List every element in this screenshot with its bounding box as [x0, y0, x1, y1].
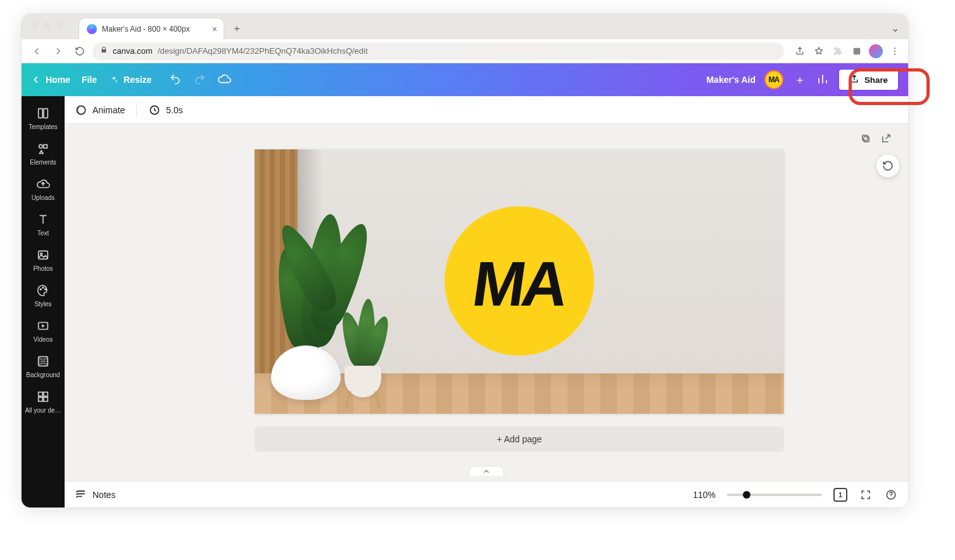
add-collaborator-button[interactable]: ＋: [792, 72, 807, 87]
sidebar-item-photos[interactable]: Photos: [22, 242, 65, 277]
duplicate-page-icon[interactable]: [860, 133, 871, 147]
resize-button[interactable]: Resize: [108, 74, 151, 85]
animate-label: Animate: [92, 105, 125, 115]
project-name[interactable]: Maker's Aid: [706, 75, 756, 85]
file-menu[interactable]: File: [82, 75, 97, 85]
expand-pages-nub[interactable]: [469, 466, 504, 476]
regenerate-button[interactable]: [876, 154, 899, 177]
profile-avatar-icon[interactable]: [869, 44, 883, 58]
templates-icon: [36, 106, 50, 120]
sidebar-item-uploads[interactable]: Uploads: [22, 171, 65, 206]
insights-icon[interactable]: [816, 73, 829, 87]
sidebar-label: Background: [26, 372, 60, 378]
new-tab-button[interactable]: ＋: [228, 20, 246, 37]
browser-tab[interactable]: Maker's Aid - 800 × 400px ×: [79, 18, 224, 39]
sidebar-item-elements[interactable]: Elements: [22, 135, 65, 171]
fullscreen-icon[interactable]: [859, 488, 873, 502]
window-minimize-icon[interactable]: [43, 22, 51, 29]
small-plant: [342, 292, 386, 368]
address-bar[interactable]: canva.com/design/DAFAq298YM4/232PhEQnQ74…: [92, 42, 784, 60]
tab-close-icon[interactable]: ×: [212, 24, 217, 34]
sidebar-item-all-your-designs[interactable]: All your de…: [22, 383, 65, 419]
notes-button[interactable]: Notes: [75, 488, 116, 501]
sparkle-icon: [108, 74, 120, 85]
page-sub-toolbar: Animate 5.0s: [65, 96, 908, 124]
svg-rect-16: [44, 392, 47, 396]
open-external-icon[interactable]: [880, 133, 892, 147]
photos-icon: [36, 248, 50, 262]
sidebar-item-videos[interactable]: Videos: [22, 313, 65, 348]
app-body: Templates Elements Uploads Text Photos S…: [22, 96, 908, 507]
canvas-viewport[interactable]: MA + Add page: [65, 124, 908, 481]
chevron-left-icon: [30, 74, 42, 85]
sidebar-label: Templates: [28, 124, 58, 130]
zoom-slider-knob[interactable]: [743, 491, 750, 499]
duration-button[interactable]: 5.0s: [148, 104, 182, 116]
svg-point-11: [42, 287, 44, 289]
sidebar-label: Videos: [34, 337, 53, 343]
svg-rect-21: [864, 137, 869, 142]
svg-rect-18: [44, 397, 47, 401]
nav-forward-icon[interactable]: [49, 42, 67, 60]
url-host: canva.com: [113, 46, 153, 56]
svg-point-10: [40, 289, 41, 290]
add-page-button[interactable]: + Add page: [255, 426, 784, 452]
page-tools: [860, 133, 892, 147]
cloud-sync-icon[interactable]: [217, 72, 231, 88]
kebab-menu-icon[interactable]: [888, 44, 902, 58]
nav-back-icon[interactable]: [28, 42, 46, 60]
design-page[interactable]: MA: [255, 149, 784, 414]
svg-rect-7: [44, 145, 47, 149]
share-label: Share: [864, 75, 888, 85]
window-zoom-icon[interactable]: [56, 22, 63, 29]
duration-label: 5.0s: [166, 105, 182, 115]
svg-rect-8: [39, 251, 48, 259]
user-avatar-badge[interactable]: MA: [764, 70, 783, 89]
file-label: File: [82, 75, 97, 85]
svg-point-2: [894, 50, 895, 51]
background-icon: [36, 354, 50, 368]
window-close-icon[interactable]: [30, 22, 38, 29]
svg-point-6: [39, 145, 43, 149]
bookmark-star-icon[interactable]: [812, 44, 826, 58]
sidebar-label: Styles: [34, 301, 51, 308]
sidebar-item-styles[interactable]: Styles: [22, 277, 65, 313]
nav-reload-icon[interactable]: [71, 42, 89, 60]
bottom-bar: Notes 110% 1: [65, 481, 908, 507]
sidebar-item-templates[interactable]: Templates: [22, 100, 65, 135]
resize-label: Resize: [123, 75, 151, 85]
extension-badge-icon[interactable]: [850, 44, 864, 58]
logo-text: MA: [469, 247, 570, 320]
large-plant: [274, 189, 350, 353]
share-page-icon[interactable]: [793, 44, 807, 58]
sidebar-label: Elements: [30, 159, 56, 166]
uploads-icon: [36, 177, 50, 191]
page-indicator[interactable]: 1: [833, 488, 847, 502]
home-label: Home: [46, 75, 70, 85]
svg-point-12: [45, 289, 46, 290]
share-button[interactable]: Share: [838, 68, 899, 91]
grid-icon: [36, 390, 50, 404]
zoom-level[interactable]: 110%: [693, 490, 716, 500]
zoom-slider[interactable]: [727, 494, 822, 496]
animate-button[interactable]: Animate: [75, 104, 125, 116]
address-actions: [793, 44, 902, 58]
main-area: Animate 5.0s: [65, 96, 908, 507]
videos-icon: [36, 319, 50, 333]
extensions-icon[interactable]: [831, 44, 845, 58]
elements-icon: [36, 142, 50, 156]
help-icon[interactable]: [884, 488, 898, 502]
sidebar-item-text[interactable]: Text: [22, 206, 65, 242]
redo-button[interactable]: [193, 73, 206, 87]
svg-rect-15: [39, 392, 42, 396]
sidebar-item-background[interactable]: Background: [22, 348, 65, 383]
logo-circle[interactable]: MA: [445, 206, 594, 356]
share-upload-icon: [849, 74, 859, 86]
plant-stand: [343, 396, 383, 409]
undo-button[interactable]: [169, 73, 182, 87]
tabs-overflow-icon[interactable]: ⌄: [891, 22, 899, 34]
notes-icon: [75, 488, 87, 501]
canva-top-toolbar: Home File Resize Maker's: [22, 63, 908, 96]
animate-icon: [75, 104, 87, 116]
home-button[interactable]: Home: [30, 74, 70, 85]
